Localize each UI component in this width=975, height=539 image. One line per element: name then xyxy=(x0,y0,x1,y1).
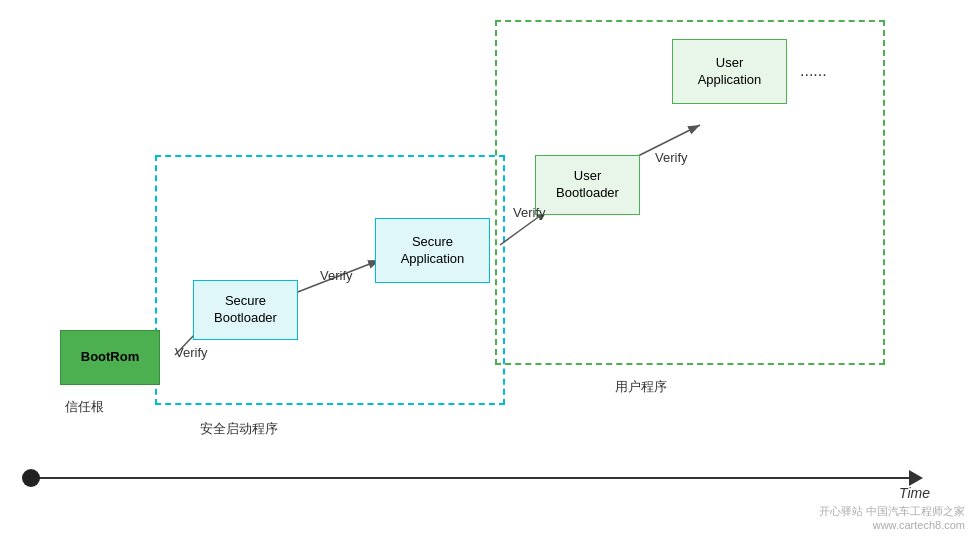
timeline-arrow xyxy=(909,470,923,486)
bootrom-box: BootRom xyxy=(60,330,160,385)
time-label: Time xyxy=(899,485,930,501)
secure-application-box: Secure Application xyxy=(375,218,490,283)
bootrom-label: BootRom xyxy=(81,349,140,366)
secure-application-label: Secure Application xyxy=(401,234,465,268)
secure-bootloader-label: Secure Bootloader xyxy=(214,293,277,327)
user-program-label: 用户程序 xyxy=(615,378,667,396)
watermark: 开心驿站 中国汽车工程师之家 www.cartech8.com xyxy=(819,504,965,531)
verify4-label: Verify xyxy=(655,150,688,165)
user-application-box: User Application xyxy=(672,39,787,104)
verify3-label: Verify xyxy=(513,205,546,220)
timeline-start xyxy=(22,469,40,487)
watermark-line2: www.cartech8.com xyxy=(819,519,965,531)
user-application-label: User Application xyxy=(698,55,762,89)
timeline-line xyxy=(30,477,915,479)
xinren-gen-label: 信任根 xyxy=(65,398,104,416)
verify2-label: Verify xyxy=(320,268,353,283)
diagram: BootRom Secure Bootloader Secure Applica… xyxy=(0,0,975,539)
verify1-label: Verify xyxy=(175,345,208,360)
ellipsis-label: ...... xyxy=(800,62,827,80)
user-bootloader-label: User Bootloader xyxy=(556,168,619,202)
secure-bootloader-box: Secure Bootloader xyxy=(193,280,298,340)
user-bootloader-box: User Bootloader xyxy=(535,155,640,215)
watermark-line1: 开心驿站 中国汽车工程师之家 xyxy=(819,504,965,519)
secure-boot-label: 安全启动程序 xyxy=(200,420,278,438)
